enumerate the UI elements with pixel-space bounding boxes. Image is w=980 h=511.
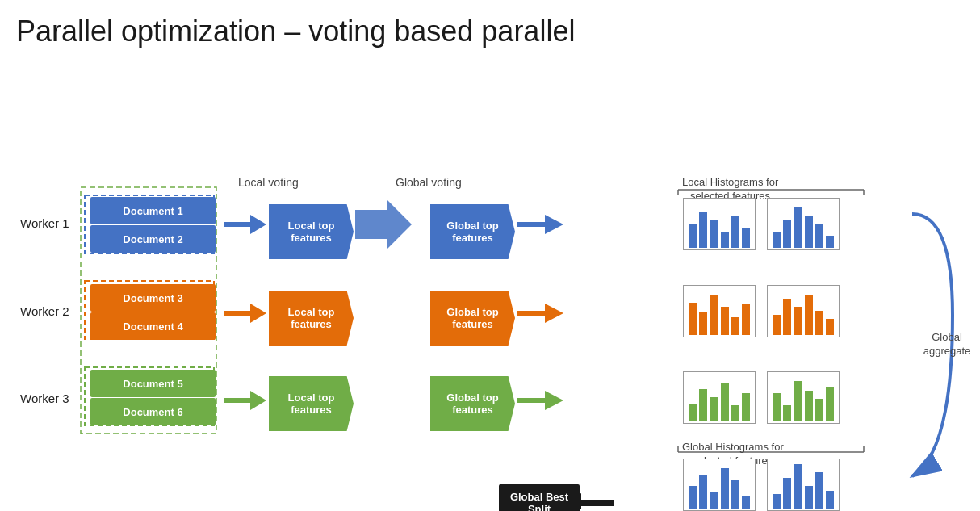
document-1: Document 1 [90,197,216,224]
document-2: Document 2 [90,225,216,253]
svg-marker-10 [517,391,563,410]
global-features-2: Global topfeatures [430,291,515,346]
hist-orange-2b [767,285,840,337]
hist-orange-2a [683,285,756,337]
best-split-box: Global Best Split [499,484,580,511]
hist-global-b [767,459,840,511]
svg-marker-7 [355,200,412,249]
global-voting-label: Global voting [396,176,462,189]
global-features-3: Global topfeatures [430,376,515,431]
worker-2-label: Worker 2 [20,304,69,318]
local-voting-label: Local voting [238,176,299,189]
local-features-2: Local topfeatures [269,291,354,346]
local-features-3: Local topfeatures [269,376,354,431]
worker-3-label: Worker 3 [20,392,69,405]
document-6: Document 6 [90,398,216,425]
hist-blue-1b [767,198,840,250]
page-title: Parallel optimization – voting based par… [0,0,980,57]
global-features-1: Global topfeatures [430,204,515,259]
document-4: Document 4 [90,312,216,340]
local-features-1: Local topfeatures [269,204,354,259]
hist-global-a [683,459,756,511]
svg-marker-8 [517,215,563,234]
hist-green-3b [767,371,840,424]
document-5: Document 5 [90,370,216,397]
hist-blue-1a [683,198,756,250]
svg-marker-6 [224,391,266,410]
global-aggregate-label: Globalaggregate [919,331,975,358]
svg-marker-5 [224,304,266,323]
svg-marker-4 [224,215,266,234]
svg-marker-9 [517,304,563,323]
hist-green-3a [683,371,756,424]
worker-1-label: Worker 1 [20,216,69,230]
document-3: Document 3 [90,284,216,312]
